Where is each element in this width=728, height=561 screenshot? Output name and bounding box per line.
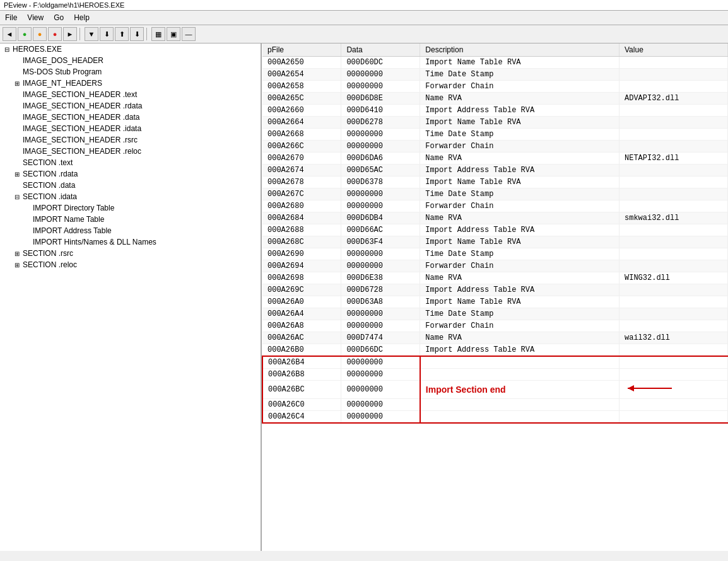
tree-item-dos-header[interactable]: IMAGE_DOS_HEADER <box>0 55 261 66</box>
menu-view[interactable]: View <box>22 12 49 23</box>
col-value: Value <box>619 43 728 57</box>
tree-item-section-data[interactable]: SECTION .data <box>0 180 261 191</box>
tree-item-msdos-stub[interactable]: MS-DOS Stub Program <box>0 66 261 78</box>
table-row[interactable]: 000A2684000D6DB4Name RVAsmkwai32.dll <box>262 212 728 224</box>
table-row[interactable]: 000A267C00000000Time Date Stamp <box>262 188 728 200</box>
toolbar-down2[interactable]: ⬇ <box>100 27 114 41</box>
expander-nt-headers[interactable]: ⊞ <box>13 80 21 87</box>
table-row[interactable]: 000A26C400000000 <box>262 411 728 424</box>
table-row[interactable]: 000A2664000D6278Import Name Table RVA <box>262 117 728 129</box>
tree-label-section-reloc: SECTION .reloc <box>21 260 78 270</box>
tree-item-nt-headers[interactable]: ⊞IMAGE_NT_HEADERS <box>0 78 261 89</box>
table-row[interactable]: 000A268C000D63F4Import Name Table RVA <box>262 236 728 248</box>
cell-data: 00000000 <box>341 188 420 200</box>
table-row[interactable]: 000A268000000000Forwarder Chain <box>262 200 728 212</box>
tree-item-section-idata[interactable]: ⊟SECTION .idata <box>0 191 261 202</box>
tree-item-section-rsrc[interactable]: ⊞SECTION .rsrc <box>0 248 261 259</box>
table-row[interactable]: 000A2674000D65ACImport Address Table RVA <box>262 165 728 176</box>
toolbar-back[interactable]: ◄ <box>3 27 16 41</box>
cell-data: 00000000 <box>341 356 420 369</box>
cell-desc: Time Date Stamp <box>420 129 619 141</box>
toolbar-btn3[interactable]: ● <box>48 27 62 41</box>
cell-desc: Name RVA <box>420 212 619 224</box>
toolbar-btn2[interactable]: ● <box>33 27 47 41</box>
cell-data: 00000000 <box>341 129 420 141</box>
tree-item-heroes-exe[interactable]: ⊟HEROES.EXE <box>0 43 261 55</box>
cell-desc: Forwarder Chain <box>420 141 619 153</box>
toolbar-btn1[interactable]: ● <box>18 27 32 41</box>
toolbar-down1[interactable]: ▼ <box>85 27 98 41</box>
data-panel[interactable]: pFile Data Description Value 000A2650000… <box>262 43 728 551</box>
toolbar-down3[interactable]: ⬇ <box>130 27 144 41</box>
cell-desc <box>420 411 619 424</box>
tree-item-import-hints[interactable]: IMPORT Hints/Names & DLL Names <box>0 236 261 248</box>
toolbar-up[interactable]: ⬆ <box>115 27 129 41</box>
table-row[interactable]: 000A2670000D6DA6Name RVANETAPI32.dll <box>262 153 728 165</box>
cell-data: 00000000 <box>341 320 420 332</box>
table-row[interactable]: 000A26A400000000Time Date Stamp <box>262 308 728 320</box>
tree-item-section-rdata[interactable]: ⊞SECTION .rdata <box>0 168 261 180</box>
table-row[interactable]: 000A269000000000Time Date Stamp <box>262 248 728 260</box>
cell-data: 000D63F4 <box>341 236 420 248</box>
table-row[interactable]: 000A266C00000000Forwarder Chain <box>262 141 728 153</box>
tree-item-section-text[interactable]: SECTION .text <box>0 157 261 168</box>
expander-section-rsrc[interactable]: ⊞ <box>13 250 21 257</box>
table-row[interactable]: 000A2688000D66ACImport Address Table RVA <box>262 224 728 236</box>
cell-pfile: 000A26A4 <box>262 308 341 320</box>
table-row[interactable]: 000A2698000D6E38Name RVAWING32.dll <box>262 272 728 284</box>
toolbar-view2[interactable]: ▣ <box>167 27 180 41</box>
tree-item-import-name[interactable]: IMPORT Name Table <box>0 214 261 225</box>
table-row[interactable]: 000A26A0000D63A8Import Name Table RVA <box>262 296 728 308</box>
toolbar-view1[interactable]: ▦ <box>151 27 165 41</box>
svg-marker-1 <box>628 385 634 391</box>
table-row[interactable]: 000A26A800000000Forwarder Chain <box>262 320 728 332</box>
table-row[interactable]: 000A26B0000D66DCImport Address Table RVA <box>262 344 728 357</box>
toolbar-forward[interactable]: ► <box>63 27 77 41</box>
cell-data: 000D6DA6 <box>341 153 420 165</box>
cell-desc: Forwarder Chain <box>420 81 619 93</box>
table-row[interactable]: 000A2650000D60DCImport Name Table RVA <box>262 57 728 69</box>
menu-file[interactable]: File <box>0 12 22 23</box>
tree-item-section-hdr-rdata[interactable]: IMAGE_SECTION_HEADER .rdata <box>0 100 261 112</box>
cell-desc: Time Date Stamp <box>420 69 619 81</box>
tree-label-msdos-stub: MS-DOS Stub Program <box>21 67 103 77</box>
toolbar-view3[interactable]: — <box>182 27 196 41</box>
cell-value <box>619 129 728 141</box>
tree-item-section-hdr-data[interactable]: IMAGE_SECTION_HEADER .data <box>0 112 261 123</box>
expander-section-reloc[interactable]: ⊞ <box>13 262 21 269</box>
expander-heroes-exe[interactable]: ⊟ <box>3 46 11 53</box>
table-row[interactable]: 000A26B800000000 <box>262 369 728 381</box>
table-row[interactable]: 000A265800000000Forwarder Chain <box>262 81 728 93</box>
tree-item-section-hdr-rsrc[interactable]: IMAGE_SECTION_HEADER .rsrc <box>0 134 261 146</box>
table-row[interactable]: 000A26B400000000 <box>262 356 728 369</box>
tree-item-section-reloc[interactable]: ⊞SECTION .reloc <box>0 259 261 270</box>
expander-section-rdata[interactable]: ⊞ <box>13 171 21 178</box>
table-row[interactable]: 000A265400000000Time Date Stamp <box>262 69 728 81</box>
tree-item-import-dir[interactable]: IMPORT Directory Table <box>0 202 261 214</box>
table-row[interactable]: 000A26C000000000 <box>262 399 728 411</box>
tree-item-section-hdr-text[interactable]: IMAGE_SECTION_HEADER .text <box>0 89 261 100</box>
table-row[interactable]: 000A2678000D6378Import Name Table RVA <box>262 176 728 188</box>
table-row[interactable]: 000A26BC00000000Import Section end <box>262 381 728 399</box>
tree-panel[interactable]: ⊟HEROES.EXEIMAGE_DOS_HEADERMS-DOS Stub P… <box>0 43 262 551</box>
tree-item-import-addr[interactable]: IMPORT Address Table <box>0 225 261 236</box>
cell-value: WING32.dll <box>619 272 728 284</box>
cell-value <box>619 356 728 369</box>
menu-go[interactable]: Go <box>49 12 69 23</box>
table-row[interactable]: 000A266800000000Time Date Stamp <box>262 129 728 141</box>
cell-data: 00000000 <box>341 399 420 411</box>
expander-section-idata[interactable]: ⊟ <box>13 194 21 200</box>
table-row[interactable]: 000A269400000000Forwarder Chain <box>262 260 728 272</box>
table-row[interactable]: 000A265C000D6D8EName RVAADVAPI32.dll <box>262 93 728 105</box>
table-row[interactable]: 000A269C000D6728Import Address Table RVA <box>262 284 728 296</box>
tree-item-section-hdr-reloc[interactable]: IMAGE_SECTION_HEADER .reloc <box>0 146 261 157</box>
cell-desc: Name RVA <box>420 332 619 344</box>
cell-value <box>619 105 728 117</box>
table-row[interactable]: 000A2660000D6410Import Address Table RVA <box>262 105 728 117</box>
cell-desc: Import Name Table RVA <box>420 57 619 69</box>
tree-label-section-hdr-data: IMAGE_SECTION_HEADER .data <box>21 112 141 122</box>
cell-desc: Import Name Table RVA <box>420 176 619 188</box>
menu-help[interactable]: Help <box>69 12 95 23</box>
tree-item-section-hdr-idata[interactable]: IMAGE_SECTION_HEADER .idata <box>0 123 261 134</box>
table-row[interactable]: 000A26AC000D7474Name RVAwail32.dll <box>262 332 728 344</box>
